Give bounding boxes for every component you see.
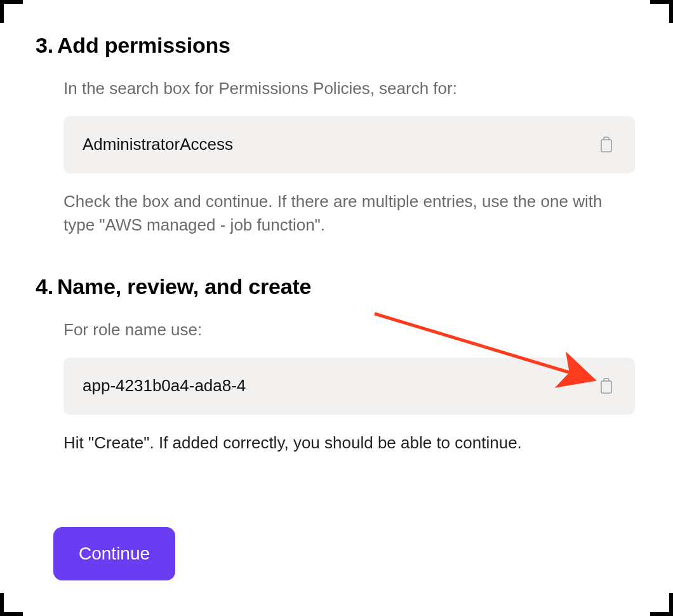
clipboard-icon bbox=[599, 378, 613, 394]
step-3-title: Add permissions bbox=[57, 33, 230, 57]
step-4-code-box: app-4231b0a4-ada8-4 bbox=[63, 358, 635, 415]
copy-button-step-3[interactable] bbox=[597, 134, 616, 156]
continue-button[interactable]: Continue bbox=[53, 527, 175, 580]
step-4-code-text: app-4231b0a4-ada8-4 bbox=[83, 376, 246, 396]
copy-button-step-4[interactable] bbox=[597, 375, 616, 397]
step-4: 4.Name, review, and create For role name… bbox=[36, 274, 635, 455]
step-4-intro: For role name use: bbox=[63, 318, 635, 342]
clipboard-icon bbox=[599, 137, 613, 153]
instructions-page: 3.Add permissions In the search box for … bbox=[0, 0, 673, 616]
step-4-after: Hit "Create". If added correctly, you sh… bbox=[63, 431, 635, 455]
step-3-number: 3. bbox=[36, 33, 53, 57]
step-4-heading: 4.Name, review, and create bbox=[36, 274, 635, 299]
step-3: 3.Add permissions In the search box for … bbox=[36, 33, 635, 238]
step-3-heading: 3.Add permissions bbox=[36, 33, 635, 58]
step-4-number: 4. bbox=[36, 274, 53, 298]
step-3-code-box: AdministratorAccess bbox=[63, 116, 635, 173]
step-3-code-text: AdministratorAccess bbox=[83, 135, 233, 154]
step-3-intro: In the search box for Permissions Polici… bbox=[63, 77, 635, 101]
svg-rect-0 bbox=[601, 140, 611, 152]
step-4-title: Name, review, and create bbox=[57, 274, 311, 298]
step-3-after: Check the box and continue. If there are… bbox=[63, 190, 635, 238]
svg-rect-1 bbox=[601, 381, 611, 393]
